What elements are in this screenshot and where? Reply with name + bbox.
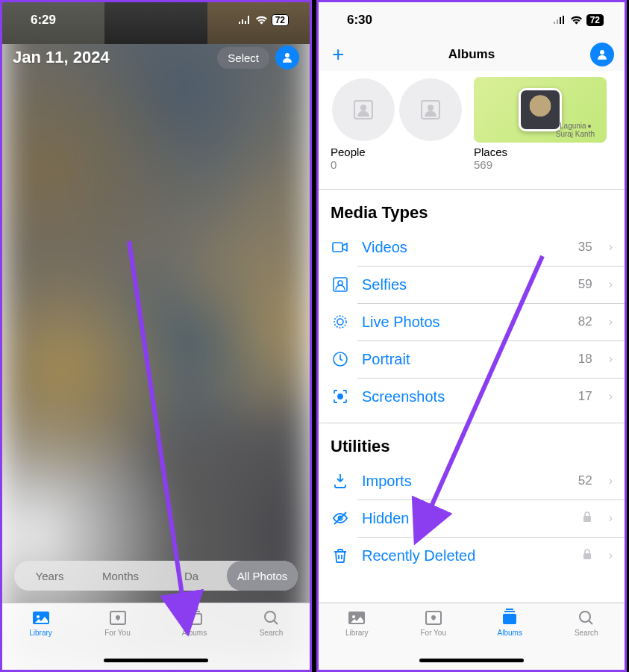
svg-point-9 [360,105,366,111]
chevron-right-icon: › [609,278,613,291]
trash-icon [331,546,350,565]
utilities-header: Utilities [319,423,625,462]
view-mode-switcher[interactable]: Years Months Da All Photos [14,561,298,591]
svg-point-16 [334,316,346,328]
albums-icon [499,608,520,627]
library-header: Jan 11, 2024 Select [2,38,310,77]
tab-bar: Library For You Albums Search [319,603,625,670]
people-count: 0 [331,158,463,171]
person-placeholder-icon [351,98,375,122]
tab-for-you[interactable]: For You [79,608,156,670]
live-photos-icon [331,312,350,332]
media-types-header: Media Types [319,189,625,228]
status-time: 6:30 [347,13,372,28]
add-album-button[interactable]: + [332,44,344,65]
screenshot-library: 6:29 72 Jan 11, 2024 Select Years Months… [0,0,312,672]
people-thumb [331,77,463,143]
tab-albums[interactable]: Albums [156,608,233,670]
status-bar: 6:29 72 [2,2,310,38]
view-days[interactable]: Da [156,570,227,582]
profile-button[interactable] [275,46,299,69]
svg-point-14 [338,281,342,285]
lock-icon [582,511,592,526]
status-right: 72 [553,14,604,26]
albums-scroll[interactable]: People 0 LaguniaSuraj Kanth Places 569 M… [319,71,625,603]
for-you-icon [107,608,128,627]
tab-search[interactable]: Search [233,608,310,670]
chevron-right-icon: › [609,474,613,488]
row-live-photos[interactable]: Live Photos 82 › [319,303,625,340]
svg-point-25 [352,615,355,618]
row-selfies[interactable]: Selfies 59 › [319,266,625,303]
svg-point-5 [265,612,275,622]
for-you-icon [423,608,444,627]
tab-search[interactable]: Search [548,608,625,670]
library-icon [346,608,367,627]
row-videos[interactable]: Videos 35 › [319,228,625,266]
chevron-right-icon: › [609,549,613,562]
svg-point-7 [600,50,604,55]
row-screenshots[interactable]: Screenshots 17 › [319,378,625,415]
row-imports[interactable]: Imports 52 › [319,462,625,500]
tab-bar: Library For You Albums Search [2,603,310,670]
svg-rect-4 [188,614,201,624]
status-bar: 6:30 72 [319,2,625,38]
person-placeholder-icon [419,98,442,122]
svg-point-11 [428,105,434,111]
date-title: Jan 11, 2024 [13,48,110,67]
places-album[interactable]: LaguniaSuraj Kanth Places 569 [474,77,607,171]
chevron-right-icon: › [609,240,613,254]
chevron-right-icon: › [609,390,613,403]
svg-point-2 [37,615,40,618]
svg-rect-27 [503,614,516,624]
svg-rect-12 [333,243,342,252]
row-recently-deleted[interactable]: Recently Deleted › [319,537,625,574]
cellular-icon [238,16,251,25]
svg-point-28 [580,612,590,622]
svg-rect-23 [583,553,591,559]
albums-icon [184,608,205,627]
places-thumb: LaguniaSuraj Kanth [474,77,607,143]
people-album[interactable]: People 0 [331,77,463,171]
svg-rect-22 [583,516,591,522]
places-count: 569 [474,158,607,171]
hidden-icon [331,508,350,528]
library-icon [31,608,51,627]
portrait-icon: f [331,349,350,369]
people-places-row: People 0 LaguniaSuraj Kanth Places 569 [319,71,625,181]
wifi-icon [570,16,583,25]
chevron-right-icon: › [609,315,613,329]
row-portrait[interactable]: f Portrait 18 › [319,340,625,378]
tab-albums[interactable]: Albums [472,608,548,670]
tab-for-you[interactable]: For You [395,608,472,670]
battery-indicator: 72 [586,14,604,26]
chevron-right-icon: › [609,352,613,366]
tab-library[interactable]: Library [2,608,79,670]
lock-icon [582,548,592,563]
status-time: 6:29 [31,13,56,28]
selfie-icon [331,275,350,294]
tab-library[interactable]: Library [319,608,395,670]
svg-point-19 [338,394,342,399]
status-right: 72 [238,14,289,26]
row-hidden[interactable]: Hidden › [319,500,625,537]
select-button[interactable]: Select [217,47,269,69]
chevron-right-icon: › [609,511,613,525]
profile-button[interactable] [590,43,614,66]
search-icon [576,608,597,627]
screenshot-icon [331,387,350,406]
view-years[interactable]: Years [14,570,85,582]
video-icon [331,237,350,257]
screenshot-albums: 6:30 72 + Albums People 0 [316,0,627,672]
svg-point-15 [337,319,343,325]
cellular-icon [553,16,566,25]
places-label: Places [474,146,607,158]
wifi-icon [255,16,268,25]
svg-text:f: f [339,353,341,358]
view-all-photos[interactable]: All Photos [227,561,298,591]
nav-bar: + Albums [319,38,625,71]
import-icon [331,471,350,491]
people-label: People [331,146,463,158]
search-icon [261,608,282,627]
view-months[interactable]: Months [85,570,156,582]
